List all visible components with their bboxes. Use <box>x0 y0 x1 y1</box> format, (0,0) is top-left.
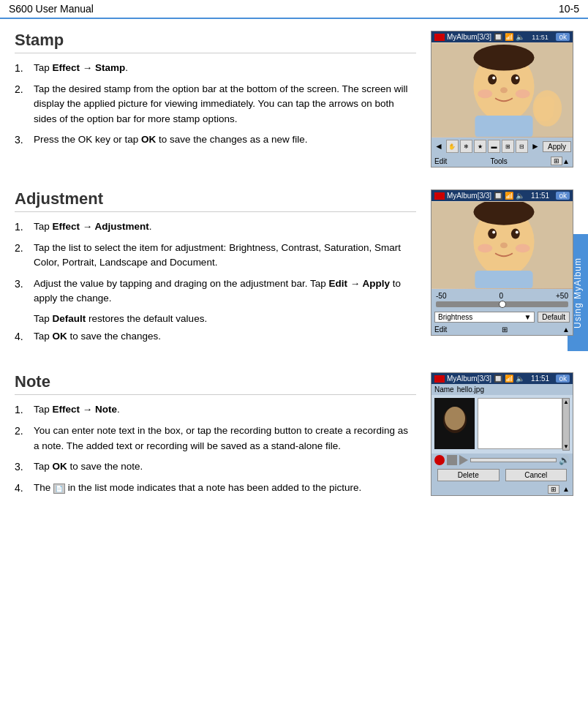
adj-ok-btn[interactable]: ok <box>556 192 570 200</box>
adj-device-title: MyAlbum[3/3] <box>447 192 491 200</box>
note-menu-icon[interactable]: ⊞ <box>548 485 559 494</box>
note-icon-inline: 📄 <box>53 484 65 494</box>
note-steps: 1. Tap Effect → Note. 2. You can enter n… <box>15 402 416 496</box>
note-text-field[interactable] <box>478 398 562 449</box>
stamp-chevron[interactable]: ▲ <box>562 157 570 165</box>
note-device-image: MyAlbum[3/3] 🔲 📶 🔈 11:51 ok Name hello.j… <box>431 372 573 502</box>
stamp-edit-label[interactable]: Edit <box>434 157 447 165</box>
stamp-section: Stamp 1. Tap Effect → Stamp. 2. Tap the … <box>15 31 573 168</box>
page-header: S600 User Manual 10-5 <box>0 0 588 19</box>
note-chevron[interactable]: ▲ <box>562 485 570 494</box>
note-ok-btn[interactable]: ok <box>556 375 570 383</box>
note-thumb <box>434 398 475 449</box>
stamp-time: 11:51 <box>532 34 549 41</box>
svg-rect-10 <box>475 116 532 138</box>
adj-scale-thumb[interactable] <box>499 301 506 308</box>
stamp-toolbar: ◄ ✋ ❄ ★ ▬ ⊞ ⊟ ► Apply <box>431 138 573 155</box>
stamp-icon-6[interactable]: ⊟ <box>516 140 528 153</box>
stamp-device-image: MyAlbum[3/3] 🔲 📶 🔈 11:51 ok <box>431 31 573 168</box>
stamp-photo-svg <box>431 43 573 138</box>
stamp-step-3: 3. Press the OK key or tap OK to save th… <box>15 132 416 148</box>
svg-point-9 <box>473 45 534 71</box>
stamp-title: Stamp <box>15 31 416 53</box>
svg-point-15 <box>511 228 520 238</box>
svg-point-16 <box>492 230 495 233</box>
stamp-device-title: MyAlbum[3/3] <box>447 33 491 41</box>
svg-point-6 <box>500 87 508 93</box>
stamp-icon-3[interactable]: ★ <box>474 140 486 153</box>
stamp-steps: 1. Tap Effect → Stamp. 2. Tap the desire… <box>15 61 416 148</box>
adjustment-text: Adjustment 1. Tap Effect → Adjustment. 2… <box>15 189 416 350</box>
adj-chevron[interactable]: ▲ <box>562 326 570 334</box>
note-step-1: 1. Tap Effect → Note. <box>15 402 416 418</box>
stamp-icon-5[interactable]: ⊞ <box>502 140 514 153</box>
header-page: 10-5 <box>559 3 579 15</box>
stamp-arrow-right[interactable]: ► <box>529 141 541 151</box>
stamp-device-screen: MyAlbum[3/3] 🔲 📶 🔈 11:51 ok <box>431 31 573 168</box>
note-progress-bar <box>470 458 557 462</box>
note-stop-btn[interactable] <box>447 455 457 465</box>
note-speaker-icon: 🔊 <box>559 455 570 465</box>
adj-default-btn[interactable]: Default <box>538 312 570 323</box>
note-record-btn[interactable] <box>434 455 445 465</box>
stamp-apply-btn[interactable]: Apply <box>543 141 571 152</box>
stamp-ok-btn[interactable]: ok <box>556 33 570 41</box>
adj-scale-track[interactable] <box>436 301 568 307</box>
adj-scale-zero: 0 <box>499 292 503 300</box>
adjustment-device-screen: MyAlbum[3/3] 🔲 📶 🔈 11:51 ok <box>431 189 573 336</box>
flag-icon <box>434 34 445 41</box>
note-play-btn[interactable] <box>459 455 468 465</box>
adj-photo <box>431 201 573 289</box>
note-filename: hello.jpg <box>457 385 484 394</box>
svg-point-14 <box>488 228 497 238</box>
adj-edit-label[interactable]: Edit <box>434 326 447 334</box>
adj-dropdown-arrow: ▼ <box>524 313 531 321</box>
adj-menu-icon[interactable]: ⊞ <box>502 326 508 334</box>
header-title: S600 User Manual <box>9 3 94 15</box>
adj-dropdown-row: Brightness ▼ Default <box>431 310 573 324</box>
stamp-menu-icon[interactable]: ⊞ <box>551 157 562 165</box>
adj-time: 11:51 <box>531 192 549 200</box>
adj-scale-max: +50 <box>556 292 568 300</box>
note-time: 11:51 <box>531 375 549 383</box>
svg-point-25 <box>445 407 465 430</box>
adj-brightness-dropdown[interactable]: Brightness ▼ <box>434 312 535 323</box>
note-device-screen: MyAlbum[3/3] 🔲 📶 🔈 11:51 ok Name hello.j… <box>431 372 573 496</box>
stamp-step-1: 1. Tap Effect → Stamp. <box>15 61 416 76</box>
adj-scale-min: -50 <box>436 292 446 300</box>
note-scrollbar[interactable]: ▲ ▼ <box>562 398 570 451</box>
adj-flag-icon <box>434 192 445 200</box>
note-title: Note <box>15 372 416 395</box>
svg-point-3 <box>511 74 520 84</box>
svg-point-5 <box>516 76 519 79</box>
stamp-icon-4[interactable]: ▬ <box>488 140 500 153</box>
adj-step-3-indent: Tap Default restores the default values. <box>34 312 416 326</box>
svg-point-4 <box>492 76 495 79</box>
note-delete-btn[interactable]: Delete <box>437 469 500 481</box>
adj-step-1: 1. Tap Effect → Adjustment. <box>15 219 416 235</box>
stamp-tools-label[interactable]: Tools <box>490 157 507 165</box>
svg-point-18 <box>500 242 508 248</box>
stamp-icon-1[interactable]: ✋ <box>446 140 459 153</box>
adj-edit-bar: Edit ⊞ ▲ <box>431 324 573 335</box>
svg-point-7 <box>478 89 492 98</box>
adjustment-title: Adjustment <box>15 189 416 212</box>
stamp-text: Stamp 1. Tap Effect → Stamp. 2. Tap the … <box>15 31 416 168</box>
note-step-4: 4. The 📄 in the list mode indicates that… <box>15 481 416 496</box>
stamp-step-2: 2. Tap the desired stamp from the option… <box>15 82 416 127</box>
adjustment-steps: 1. Tap Effect → Adjustment. 2. Tap the l… <box>15 219 416 345</box>
stamp-arrow-left[interactable]: ◄ <box>433 141 445 151</box>
stamp-device-titlebar: MyAlbum[3/3] 🔲 📶 🔈 11:51 ok <box>431 31 573 42</box>
note-section: Note 1. Tap Effect → Note. 2. You can en… <box>15 372 573 502</box>
note-record-row: 🔊 <box>431 454 573 467</box>
svg-point-8 <box>516 89 530 98</box>
stamp-icon-2[interactable]: ❄ <box>460 140 472 153</box>
adj-photo-svg <box>431 202 573 289</box>
svg-point-17 <box>516 230 519 233</box>
note-name-label: Name <box>434 385 454 394</box>
stamp-device-bottombar: Edit Tools ⊞ ▲ <box>431 155 573 167</box>
adjustment-device-image: MyAlbum[3/3] 🔲 📶 🔈 11:51 ok <box>431 189 573 350</box>
note-text: Note 1. Tap Effect → Note. 2. You can en… <box>15 372 416 502</box>
note-cancel-btn[interactable]: Cancel <box>505 469 568 481</box>
note-content-area: ▲ ▼ <box>431 395 573 454</box>
